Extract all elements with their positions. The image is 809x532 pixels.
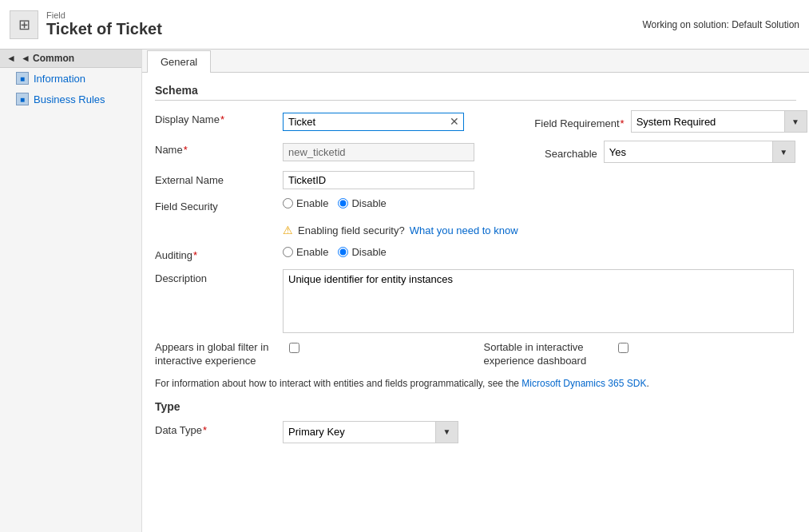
auditing-control: Enable Disable [283,246,796,258]
global-filter-cell: Appears in global filter in interactive … [155,341,468,368]
field-label: Field [46,10,162,20]
warning-icon: ⚠ [283,224,293,236]
name-input [283,143,474,161]
sidebar-section-label: ◄ Common [21,53,74,64]
sidebar-item-label-business-rules: Business Rules [34,93,105,105]
field-security-label: Field Security [155,197,283,212]
auditing-row: Auditing* Enable Disable [155,246,796,261]
data-type-row: Data Type* Primary Key ▼ [155,421,796,443]
external-name-label: External Name [155,171,283,186]
auditing-enable-radio[interactable] [283,247,293,257]
tab-general[interactable]: General [147,50,211,73]
field-security-row: Field Security Enable Disable [155,197,796,212]
searchable-select[interactable]: Yes No [605,144,772,161]
icon-symbol: ⊞ [18,16,30,34]
name-control: Searchable Yes No ▼ [283,141,796,163]
name-label: Name* [155,141,283,156]
content-area: General Schema Display Name* ✕ Fi [142,50,809,532]
data-type-select-wrap[interactable]: Primary Key ▼ [283,421,458,443]
auditing-label: Auditing* [155,246,283,261]
field-security-radio-group: Enable Disable [283,197,387,209]
searchable-group: Searchable Yes No ▼ [545,141,795,163]
external-name-control [283,171,796,189]
tab-bar: General [142,50,809,73]
description-row: Description Unique identifier for entity… [155,269,796,333]
sidebar-item-information[interactable]: ■ Information [0,68,141,89]
title-block: Field Ticket of Ticket [46,10,162,38]
global-filter-checkbox[interactable] [289,343,299,353]
field-requirement-select[interactable]: System Required [632,113,784,130]
app-icon: ⊞ [10,10,38,39]
field-security-enable-label[interactable]: Enable [283,197,328,209]
display-name-input[interactable] [284,113,446,130]
display-name-input-wrap[interactable]: ✕ [283,113,464,131]
display-name-label: Display Name* [155,110,283,125]
sidebar: ◄ ◄ Common ■ Information ■ Business Rule… [0,50,142,532]
auditing-disable-radio[interactable] [338,247,348,257]
schema-title: Schema [155,84,796,101]
searchable-select-wrap[interactable]: Yes No ▼ [604,141,795,163]
auditing-disable-label[interactable]: Disable [338,246,386,258]
sortable-checkbox[interactable] [618,343,629,353]
auditing-radio-group: Enable Disable [283,246,387,258]
external-name-row: External Name [155,171,796,189]
field-requirement-label: Field Requirement* [534,114,624,129]
sidebar-item-label-information: Information [34,73,85,85]
display-name-control: ✕ Field Requirement* System Required ▼ [283,110,807,133]
searchable-label: Searchable [545,145,597,160]
information-icon: ■ [16,72,29,85]
field-security-disable-label[interactable]: Disable [338,197,386,209]
field-security-enable-radio[interactable] [283,198,293,208]
name-row: Name* Searchable Yes No ▼ [155,141,796,163]
auditing-enable-label[interactable]: Enable [283,246,328,258]
data-type-select[interactable]: Primary Key [284,423,435,440]
field-security-warning: ⚠ Enabling field security? What you need… [155,220,796,240]
description-input[interactable]: Unique identifier for entity instances [283,269,794,333]
display-name-clear-button[interactable]: ✕ [446,113,463,129]
data-type-arrow: ▼ [435,422,458,443]
solution-label: Working on solution: Default Solution [642,19,799,30]
field-requirement-group: Field Requirement* System Required ▼ [534,110,807,133]
field-requirement-select-wrap[interactable]: System Required ▼ [631,110,807,133]
sortable-label: Sortable in interactive experience dashb… [484,341,612,368]
main-layout: ◄ ◄ Common ■ Information ■ Business Rule… [0,50,809,532]
field-requirement-arrow: ▼ [784,111,807,132]
sidebar-item-business-rules[interactable]: ■ Business Rules [0,89,141,109]
warning-text: Enabling field security? [298,224,405,236]
global-filter-label: Appears in global filter in interactive … [155,341,283,368]
field-security-disable-radio[interactable] [338,198,348,208]
warning-link[interactable]: What you need to know [410,224,518,236]
sdk-link[interactable]: Microsoft Dynamics 365 SDK [521,378,646,389]
field-security-control: Enable Disable [283,197,796,209]
searchable-arrow: ▼ [772,141,795,162]
top-bar: ⊞ Field Ticket of Ticket Working on solu… [0,0,809,50]
page-title: Ticket of Ticket [46,20,162,38]
data-type-label: Data Type* [155,421,283,436]
info-text: For information about how to interact wi… [155,375,796,397]
checkboxes-row: Appears in global filter in interactive … [155,341,796,368]
description-label: Description [155,269,283,284]
collapse-icon: ◄ [6,53,16,64]
display-name-row: Display Name* ✕ Field Requirement* Syste [155,110,796,133]
type-section-title: Type [155,400,796,413]
data-type-control: Primary Key ▼ [283,421,796,443]
description-control: Unique identifier for entity instances [283,269,796,333]
external-name-input[interactable] [283,171,474,189]
sortable-cell: Sortable in interactive experience dashb… [484,341,797,368]
form-content: Schema Display Name* ✕ Field Requirement… [142,73,809,463]
sidebar-section-common[interactable]: ◄ ◄ Common [0,50,141,68]
business-rules-icon: ■ [16,93,29,105]
